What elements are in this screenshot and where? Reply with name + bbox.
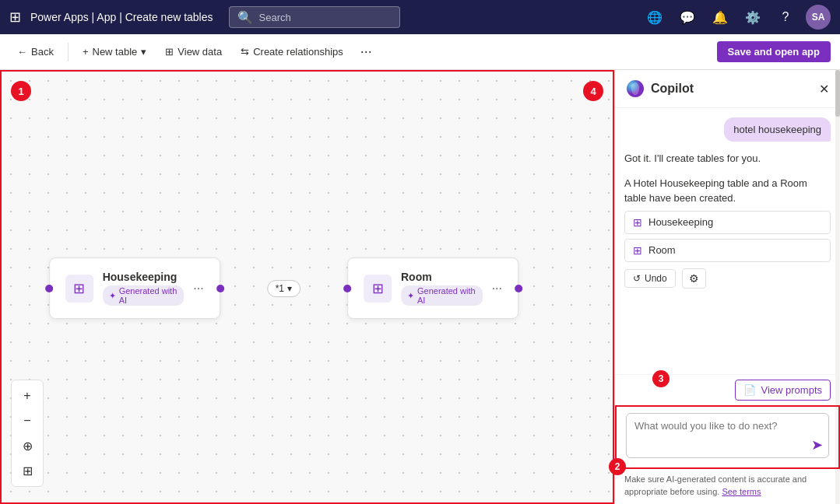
scrollbar-thumb[interactable] (835, 70, 840, 117)
housekeeping-table-icon: ⊞ (65, 275, 93, 303)
toolbar-divider-1 (68, 43, 69, 61)
zoom-in-button[interactable]: + (16, 385, 38, 407)
bot-message-tables-created: A Hotel Housekeeping table and a Room ta… (624, 176, 831, 206)
connector-dot-right-housekeeping (216, 285, 224, 292)
room-card-info: Room ✦ Generated with AI (401, 271, 483, 306)
room-more-icon[interactable]: ··· (492, 282, 502, 296)
connector-label: *1 ▾ (267, 280, 301, 297)
new-table-button[interactable]: + New table ▾ (75, 43, 154, 61)
connector-dot-left-housekeeping (45, 285, 53, 292)
bot-message-got-it: Got it. I'll create tables for you. (624, 151, 831, 166)
undo-button[interactable]: ↺ Undo (624, 269, 676, 288)
bell-icon[interactable]: 🔔 (708, 5, 733, 30)
step-badge-3: 3 (652, 370, 670, 387)
chevron-down-icon: ▾ (141, 46, 146, 58)
avatar[interactable]: SA (806, 5, 831, 30)
view-prompts-button[interactable]: 📄 View prompts (735, 380, 831, 401)
back-arrow-icon: ← (17, 46, 27, 58)
undo-bar: ↺ Undo ⚙ (624, 268, 831, 289)
step-badge-4: 4 (583, 81, 603, 101)
filter-button[interactable]: ⚙ (682, 268, 706, 289)
settings-icon[interactable]: ⚙️ (740, 5, 765, 30)
filter-icon: ⚙ (689, 272, 699, 285)
search-input[interactable] (259, 12, 392, 23)
zoom-out-button[interactable]: − (16, 410, 38, 432)
copilot-panel: Copilot ✕ hotel housekeeping Got it. I'l… (614, 70, 840, 504)
main-area: 1 4 ⊞ Housekeeping ✦ Generated with AI ·… (0, 70, 840, 504)
connector-dot-left-room (343, 285, 351, 292)
fit-view-button[interactable]: ⊕ (16, 435, 38, 457)
chip-table-icon-housekeeping: ⊞ (633, 216, 642, 229)
housekeeping-card[interactable]: ⊞ Housekeeping ✦ Generated with AI ··· (49, 257, 220, 319)
step-badge-1: 1 (11, 81, 31, 101)
create-relationships-button[interactable]: ⇆ Create relationships (233, 43, 351, 61)
housekeeping-card-name: Housekeeping (103, 271, 185, 283)
copilot-logo (626, 79, 645, 98)
user-message-hotel-housekeeping: hotel housekeeping (724, 117, 831, 142)
globe-icon[interactable]: 🌐 (642, 5, 667, 30)
plus-icon: + (83, 46, 89, 58)
room-table-icon: ⊞ (364, 275, 392, 303)
prompts-book-icon: 📄 (743, 384, 756, 396)
connector-chevron-icon: ▾ (287, 283, 292, 294)
send-icon: ➤ (811, 437, 823, 453)
toolbar: ← Back + New table ▾ ⊞ View data ⇆ Creat… (0, 34, 840, 70)
housekeeping-ai-badge: ✦ Generated with AI (103, 285, 185, 306)
grid-icon[interactable]: ⊞ (9, 9, 21, 26)
housekeeping-chip[interactable]: ⊞ Housekeeping (624, 211, 831, 234)
search-bar[interactable]: 🔍 (229, 6, 400, 28)
copilot-chat-input[interactable] (626, 413, 829, 458)
nav-icons: 🌐 💬 🔔 ⚙️ ? SA (642, 5, 831, 30)
table-icon: ⊞ (165, 46, 174, 58)
copilot-input-area: 2 ➤ (615, 405, 840, 469)
back-button[interactable]: ← Back (9, 43, 62, 61)
chat-icon[interactable]: 💬 (675, 5, 700, 30)
connector-line: *1 ▾ (267, 280, 301, 297)
room-ai-badge: ✦ Generated with AI (401, 285, 483, 306)
room-card[interactable]: ⊞ Room ✦ Generated with AI ··· (347, 257, 518, 319)
app-title: Power Apps | App | Create new tables (30, 11, 213, 23)
see-terms-link[interactable]: See terms (722, 487, 761, 496)
minimap-button[interactable]: ⊞ (16, 460, 38, 481)
undo-icon: ↺ (633, 273, 641, 284)
copilot-header: Copilot ✕ (615, 70, 840, 108)
chip-table-icon-room: ⊞ (633, 244, 642, 257)
table-cards-container: ⊞ Housekeeping ✦ Generated with AI ··· *… (49, 257, 518, 319)
housekeeping-more-icon[interactable]: ··· (193, 282, 203, 296)
top-nav: ⊞ Power Apps | App | Create new tables 🔍… (0, 0, 840, 34)
ai-sparkle-icon: ✦ (109, 291, 116, 301)
relationships-icon: ⇆ (241, 46, 249, 58)
copilot-close-button[interactable]: ✕ (819, 82, 829, 96)
room-card-name: Room (401, 271, 483, 283)
ai-sparkle-icon-2: ✦ (407, 291, 414, 301)
connector-dot-right-room (515, 285, 522, 292)
housekeeping-card-info: Housekeeping ✦ Generated with AI (103, 271, 185, 306)
bot-message-block: A Hotel Housekeeping table and a Room ta… (624, 176, 831, 289)
room-chip[interactable]: ⊞ Room (624, 239, 831, 262)
view-prompts-bar: 3 📄 View prompts (615, 374, 840, 405)
svg-point-1 (631, 82, 639, 95)
save-open-app-button[interactable]: Save and open app (717, 41, 831, 62)
copilot-messages[interactable]: hotel housekeeping Got it. I'll create t… (615, 108, 840, 374)
copilot-title: Copilot (651, 82, 813, 96)
copilot-footer: Make sure AI-generated content is accura… (615, 469, 840, 504)
more-options-icon[interactable]: ··· (354, 40, 378, 63)
view-data-button[interactable]: ⊞ View data (157, 43, 230, 61)
help-icon[interactable]: ? (773, 5, 798, 30)
send-button[interactable]: ➤ (811, 436, 823, 453)
canvas-area[interactable]: 1 4 ⊞ Housekeeping ✦ Generated with AI ·… (0, 70, 614, 504)
canvas-tools: + − ⊕ ⊞ (11, 380, 44, 487)
search-icon: 🔍 (237, 10, 253, 25)
